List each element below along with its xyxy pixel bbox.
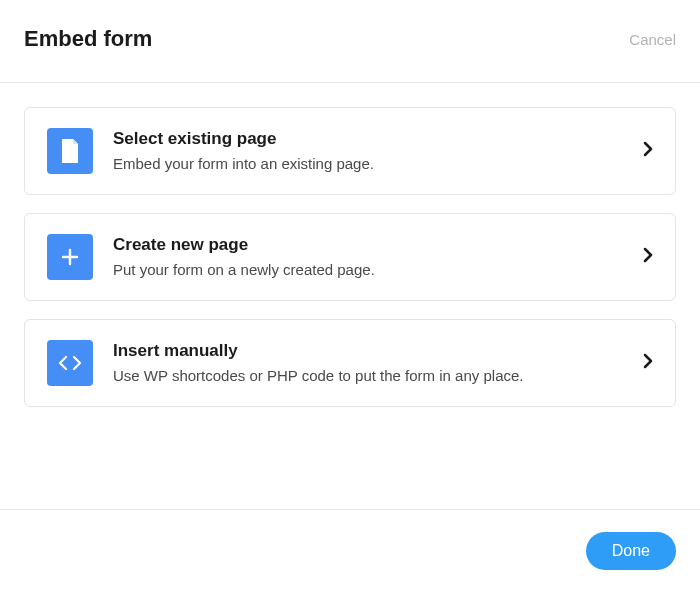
option-title: Create new page	[113, 235, 615, 255]
page-title: Embed form	[24, 26, 152, 52]
chevron-right-icon	[643, 141, 653, 161]
cancel-button[interactable]: Cancel	[629, 31, 676, 48]
options-list: Select existing page Embed your form int…	[0, 83, 700, 431]
option-subtitle: Put your form on a newly created page.	[113, 260, 615, 280]
option-create-new-page[interactable]: Create new page Put your form on a newly…	[24, 213, 676, 301]
modal-footer: Done	[0, 509, 700, 592]
chevron-right-icon	[643, 247, 653, 267]
option-title: Insert manually	[113, 341, 615, 361]
chevron-right-icon	[643, 353, 653, 373]
page-icon	[47, 128, 93, 174]
option-subtitle: Use WP shortcodes or PHP code to put the…	[113, 366, 615, 386]
code-icon	[47, 340, 93, 386]
option-select-existing-page[interactable]: Select existing page Embed your form int…	[24, 107, 676, 195]
option-insert-manually[interactable]: Insert manually Use WP shortcodes or PHP…	[24, 319, 676, 407]
modal-header: Embed form Cancel	[0, 0, 700, 83]
done-button[interactable]: Done	[586, 532, 676, 570]
option-text: Select existing page Embed your form int…	[113, 129, 615, 174]
option-subtitle: Embed your form into an existing page.	[113, 154, 615, 174]
option-text: Create new page Put your form on a newly…	[113, 235, 615, 280]
plus-icon	[47, 234, 93, 280]
option-text: Insert manually Use WP shortcodes or PHP…	[113, 341, 615, 386]
option-title: Select existing page	[113, 129, 615, 149]
